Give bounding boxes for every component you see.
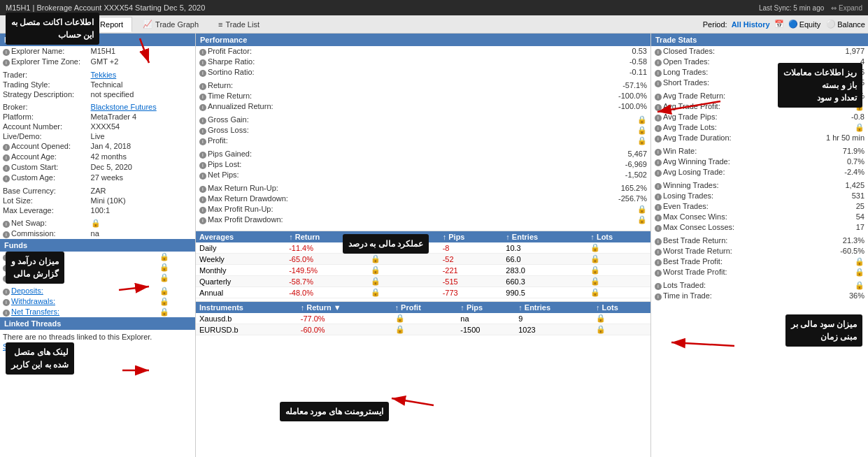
table-row: iProfit: 🔒 [196, 136, 650, 146]
instruments-return-col[interactable]: ↑ Return ▼ [297, 302, 392, 314]
table-row: iMax Consec Losses: 17 [651, 222, 868, 233]
return-cell: -65.0% [285, 254, 367, 265]
period-value[interactable]: All History [732, 20, 770, 29]
unrealized-value: 🔒 [157, 262, 195, 273]
averages-header: Averages [196, 231, 285, 243]
info-icon: i [199, 104, 206, 111]
broker-value: Blackstone Futures [88, 102, 195, 112]
balance-radio[interactable]: ⚪ Balance [826, 20, 865, 29]
expand-button[interactable]: ⇔ Expand [831, 4, 862, 12]
nav-tabs: ≡ Overview ≡ Trade Report 📈 Trade Graph … [0, 15, 868, 34]
stat-label: iBest Trade Profit: [651, 256, 781, 267]
content-area: Explorer Details iExplorer Name: M15H1 i… [0, 34, 868, 457]
instrument-name-cell: EURUSD.b [196, 324, 297, 335]
table-row: iMax Return Drawdown: -256.7% [196, 194, 650, 204]
stat-value: 🔒 [781, 256, 868, 267]
trader-link[interactable]: Tekkies [91, 71, 117, 79]
info-icon: i [3, 144, 10, 151]
averages-entries-col[interactable]: ↑ Entries [502, 231, 587, 243]
table-row: iMax Profit Run-Up: 🔒 [196, 204, 650, 215]
table-row: iAvg Winning Trade: 0.7% [651, 157, 868, 167]
entries-cell: 283.0 [502, 265, 587, 276]
table-row: iBest Trade Profit: 🔒 [651, 256, 868, 267]
table-row: iSharpe Ratio: -0.58 [196, 57, 650, 67]
instrument-return-cell: -77.0% [297, 313, 392, 324]
table-row: Live/Demo: Live [0, 131, 195, 141]
balance-radio-icon: ⚪ [826, 20, 836, 29]
platform-value: MetaTrader 4 [88, 112, 195, 122]
tab-trade-list[interactable]: ≡ Trade List [209, 17, 269, 32]
table-row: iGross Loss: 🔒 [196, 125, 650, 136]
stat-value: 531 [781, 191, 868, 201]
info-icon: i [199, 186, 206, 193]
calendar-icon: 📅 [774, 20, 784, 29]
info-icon: i [199, 70, 206, 77]
instrument-profit-cell: 🔒 [392, 313, 457, 324]
stat-value: -60.5% [781, 246, 868, 256]
stat-label: iAvg Trade Pips: [651, 112, 781, 122]
account-age-label: iAccount Age: [0, 152, 88, 162]
info-icon: i [3, 231, 10, 238]
list-item: Annual -48.0% 🔒 -773 990.5 🔒 [196, 287, 650, 298]
lots-cell: 🔒 [587, 265, 650, 276]
deposits-link[interactable]: Deposits: [11, 286, 43, 295]
info-icon: i [3, 310, 10, 317]
info-icon: i [3, 289, 10, 296]
annotation-trade-details: ریز اطلاعات معاملاتباز و بستهتعداد و سود [778, 63, 862, 108]
instruments-profit-col[interactable]: ↑ Profit [392, 302, 457, 314]
entries-cell: 10.3 [502, 242, 587, 254]
table-row: iAvg Losing Trade: -2.4% [651, 167, 868, 177]
tab-trade-graph[interactable]: 📈 Trade Graph [134, 16, 208, 32]
instruments-entries-col[interactable]: ↑ Entries [515, 302, 592, 314]
stat-label: iMax Consec Wins: [651, 212, 781, 222]
info-icon: i [199, 128, 206, 135]
broker-link[interactable]: Blackstone Futures [91, 103, 157, 111]
profit-cell: 🔒 [367, 265, 439, 276]
table-row: Account Number: XXXX54 [0, 122, 195, 131]
return-value: -57.1% [446, 80, 651, 91]
max-profit-drawdown-value: 🔒 [446, 215, 651, 225]
averages-pips-col[interactable]: ↑ Pips [439, 231, 503, 243]
balance-value: 🔒 [157, 252, 195, 262]
trade-graph-icon: 📈 [143, 20, 152, 29]
entries-cell: 66.0 [502, 254, 587, 265]
sync-info: Last Sync: 5 min ago [759, 4, 824, 12]
table-row: iPips Lost: -6,969 [196, 159, 650, 170]
instruments-pips-col[interactable]: ↑ Pips [457, 302, 515, 314]
stat-label: iAvg Trade Return: [651, 91, 781, 101]
time-return-label: iTime Return: [196, 91, 446, 101]
gross-loss-label: iGross Loss: [196, 125, 446, 136]
annotation-instruments: ایسترومنت های مورد معامله [280, 402, 389, 421]
table-row: iNet Transfers: 🔒 [0, 307, 195, 317]
instruments-lots-col[interactable]: ↑ Lots [592, 302, 650, 314]
averages-lots-col[interactable]: ↑ Lots [587, 231, 650, 243]
stat-label: iAvg Trade Duration: [651, 133, 781, 143]
entries-cell: 990.5 [502, 287, 587, 298]
deposits-label: iDeposits: [0, 286, 157, 296]
table-row: iProfit Factor: 0.53 [196, 46, 650, 57]
instrument-pips-cell: na [457, 313, 515, 324]
equity-radio[interactable]: 🔵 Equity [788, 20, 821, 29]
stat-value: 54 [781, 212, 868, 222]
stat-label: iWinning Trades: [651, 180, 781, 191]
pips-lost-value: -6,969 [446, 159, 651, 170]
period-cell: Annual [196, 287, 285, 298]
instruments-header-row: Instruments ↑ Return ▼ ↑ Profit ↑ Pips ↑… [196, 302, 650, 314]
table-row: Lot Size: Mini (10K) [0, 196, 195, 205]
period-cell: Daily [196, 242, 285, 254]
withdrawals-link[interactable]: Withdrawals: [11, 297, 55, 305]
equity-radio-icon: 🔵 [788, 20, 798, 29]
net-transfers-link[interactable]: Net Transfers: [11, 307, 59, 316]
table-row: iExplorer Name: M15H1 [0, 46, 195, 57]
table-row: iLots Traded: 🔒 [651, 280, 868, 291]
table-row: iMax Consec Wins: 54 [651, 212, 868, 222]
stat-label: iEven Trades: [651, 201, 781, 212]
info-icon: i [199, 217, 206, 224]
instruments-header: Instruments [196, 302, 297, 314]
sortino-value: -0.11 [446, 67, 651, 78]
stat-value: 1 hr 50 min [781, 133, 868, 143]
performance-header: Performance [196, 34, 650, 46]
table-row: Strategy Description: not specified [0, 89, 195, 99]
stat-value: 1,977 [781, 46, 868, 57]
custom-start-value: Dec 5, 2020 [88, 162, 195, 173]
